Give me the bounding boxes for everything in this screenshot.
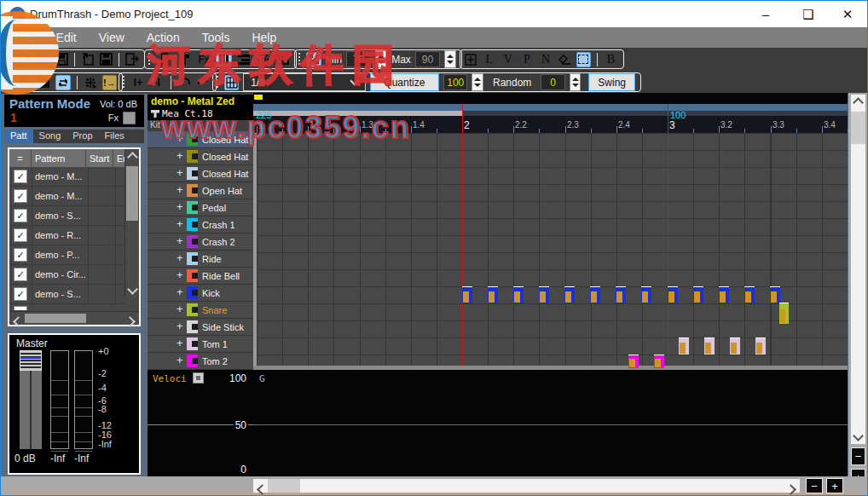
note-snare[interactable] xyxy=(779,303,789,324)
pattern-list-hscrollbar[interactable] xyxy=(9,311,139,325)
master-fader-handle[interactable] xyxy=(20,350,42,371)
note-grid[interactable] xyxy=(257,133,848,366)
note-tool-icon[interactable]: N xyxy=(538,52,553,67)
tab-song[interactable]: Song xyxy=(33,130,67,143)
quantize-value-field[interactable]: 100 xyxy=(443,74,467,90)
jump-to-marker-icon[interactable]: !→ xyxy=(102,75,117,90)
note-kick[interactable] xyxy=(616,286,626,303)
line-tool-icon[interactable]: L xyxy=(482,52,496,67)
insert-beat-icon[interactable]: I+ xyxy=(130,75,145,90)
pattern-row[interactable]: ✓demo - M... xyxy=(9,187,125,206)
track-row-tom-1[interactable]: +Tom 1 xyxy=(148,336,253,353)
close-button[interactable]: ✕ xyxy=(831,4,864,25)
expand-track-button[interactable]: + xyxy=(176,320,183,332)
note-kick[interactable] xyxy=(668,286,678,303)
random-spinner[interactable] xyxy=(570,73,582,91)
group-grip[interactable] xyxy=(9,76,12,89)
fx-panel-icon[interactable]: Fx xyxy=(196,52,211,67)
zoom-out-horizontal-button[interactable]: − xyxy=(806,478,823,493)
expand-track-button[interactable]: + xyxy=(176,218,183,230)
expand-track-button[interactable]: + xyxy=(176,286,183,298)
undo-icon[interactable] xyxy=(177,75,192,90)
expand-track-button[interactable]: + xyxy=(176,150,183,162)
track-row-snare[interactable]: +Snare xyxy=(148,302,253,319)
menu-item-action[interactable]: Action xyxy=(147,31,180,44)
menu-item-file[interactable]: File xyxy=(14,31,34,44)
random-value-field[interactable]: 0 xyxy=(541,74,564,90)
note-tom-1[interactable] xyxy=(755,337,766,355)
max-value-field[interactable]: 90 xyxy=(415,51,440,67)
pattern-checkbox[interactable]: ✓ xyxy=(14,287,27,301)
fx-checkbox[interactable] xyxy=(123,112,136,124)
menu-item-tools[interactable]: Tools xyxy=(202,31,230,44)
velocity-tool-icon[interactable]: V xyxy=(501,52,515,67)
tab-prop[interactable]: Prop xyxy=(67,130,98,143)
minimize-button[interactable]: – xyxy=(749,4,782,25)
expand-track-button[interactable]: + xyxy=(176,337,183,349)
velocity-graph[interactable]: G xyxy=(253,370,848,476)
note-kick[interactable] xyxy=(693,286,703,303)
window-grid-icon[interactable] xyxy=(275,52,291,67)
note-tom-2[interactable] xyxy=(628,355,639,368)
timeline-ruler[interactable]: 11.21.31.422.22.32.433.23.33.4225100 xyxy=(253,116,848,133)
pattern-list-vscrollbar[interactable] xyxy=(124,149,139,297)
grid-division-dropdown[interactable]: 1/8 xyxy=(243,73,365,91)
track-row-kick[interactable]: +Kick xyxy=(148,285,253,302)
horizontal-scrollbar-thumb[interactable] xyxy=(268,479,300,493)
import-pattern-icon[interactable] xyxy=(81,52,95,67)
vertical-scrollbar-thumb[interactable] xyxy=(851,112,865,144)
expand-track-button[interactable]: + xyxy=(176,235,183,247)
humanize-icon[interactable] xyxy=(306,52,321,67)
track-row-ride[interactable]: +Ride xyxy=(148,251,253,268)
pattern-row[interactable]: ✓demo - Cir... xyxy=(9,265,125,285)
group-grip[interactable] xyxy=(298,53,300,66)
expand-track-button[interactable]: + xyxy=(176,184,183,196)
save-pattern-icon[interactable] xyxy=(99,52,113,67)
zoom-out-vertical-button[interactable]: − xyxy=(851,447,865,465)
play-button[interactable] xyxy=(18,75,32,90)
note-kick[interactable] xyxy=(641,286,651,303)
track-row-crash-1[interactable]: +Crash 1 xyxy=(148,216,253,234)
track-row-closed-hat[interactable]: +Closed Hat xyxy=(148,148,253,165)
pattern-row[interactable]: ✓demo - P... xyxy=(9,245,125,265)
quantize-spinner[interactable] xyxy=(472,73,483,91)
track-row-closed-hat[interactable]: +Closed Hat xyxy=(148,131,253,148)
menu-item-view[interactable]: View xyxy=(99,31,124,44)
pattern-row[interactable]: ✓demo - R... xyxy=(9,226,125,245)
note-kick[interactable] xyxy=(488,286,498,303)
expand-track-button[interactable]: + xyxy=(176,252,183,264)
note-kick[interactable] xyxy=(590,286,600,303)
quantize-button[interactable]: Quantize xyxy=(370,73,439,91)
group-grip[interactable] xyxy=(216,76,218,89)
min-spinner[interactable] xyxy=(375,50,387,68)
min-value-field[interactable]: 70 xyxy=(346,51,371,67)
pattern-row[interactable]: ✓demo - M... xyxy=(9,167,125,187)
note-tom-1[interactable] xyxy=(730,337,740,355)
note-tom-2[interactable] xyxy=(654,355,664,368)
zoom-in-horizontal-button[interactable]: + xyxy=(826,478,843,493)
menu-item-edit[interactable]: Edit xyxy=(56,31,77,44)
maximize-button[interactable]: ❑ xyxy=(792,4,825,25)
expand-track-button[interactable]: + xyxy=(176,303,183,315)
note-kick[interactable] xyxy=(770,286,780,303)
expand-track-button[interactable]: + xyxy=(176,355,183,366)
pattern-checkbox[interactable]: ✓ xyxy=(14,268,27,281)
track-panel-icon[interactable] xyxy=(157,52,172,67)
bold-marker-tool-icon[interactable]: B xyxy=(604,52,618,67)
expand-track-button[interactable]: + xyxy=(176,167,183,179)
pattern-row[interactable]: ✓demo - S... xyxy=(9,285,125,304)
loop-button[interactable] xyxy=(55,75,70,90)
menu-item-help[interactable]: Help xyxy=(252,31,276,44)
note-kick[interactable] xyxy=(462,286,472,303)
pattern-checkbox[interactable] xyxy=(14,306,27,310)
brightness-icon[interactable] xyxy=(256,52,271,67)
redo-icon[interactable] xyxy=(196,75,211,90)
new-file-icon[interactable] xyxy=(18,52,32,67)
group-grip[interactable] xyxy=(148,53,151,66)
note-kick[interactable] xyxy=(564,286,575,303)
open-file-icon[interactable] xyxy=(36,52,50,67)
vertical-scrollbar[interactable] xyxy=(851,95,865,444)
pattern-checkbox[interactable]: ✓ xyxy=(14,170,27,183)
pattern-checkbox[interactable]: ✓ xyxy=(14,228,27,242)
swing-button[interactable]: Swing xyxy=(588,73,635,91)
